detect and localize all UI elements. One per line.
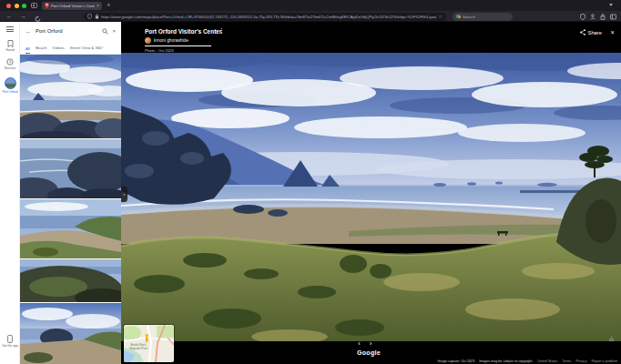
search-icon[interactable] <box>102 28 108 35</box>
photo-category-tabs: All Beach Videos Street View & 360° <box>20 40 121 55</box>
maps-pin-favicon-icon <box>45 3 49 8</box>
share-label: Share <box>588 30 602 35</box>
lock-icon[interactable] <box>95 14 99 19</box>
google-logo: Google <box>357 349 381 356</box>
minimap-park-label: Battle Rock Wayside Park <box>125 344 152 350</box>
photo-overflow-icon[interactable] <box>609 336 614 341</box>
browser-search-placeholder[interactable]: Search <box>463 15 475 19</box>
firefox-view-icon[interactable] <box>31 3 37 8</box>
get-app-button[interactable]: Get the app <box>0 335 20 348</box>
url-bar[interactable]: https://www.google.com/maps/place/Port+O… <box>84 13 446 21</box>
account-icon[interactable] <box>590 14 596 20</box>
photo-author[interactable]: kmoni ghorashide <box>145 37 188 44</box>
panel-back-icon[interactable]: ← <box>25 28 32 35</box>
photos-panel: ← Port Orford × All Beach Videos Street … <box>20 22 121 364</box>
previous-photo-button[interactable]: ‹ <box>358 339 361 349</box>
active-place-item[interactable]: Port Orford <box>0 77 20 94</box>
photo-thumbnail-1[interactable] <box>20 55 121 138</box>
place-label: Port Orford <box>3 91 18 95</box>
recents-button[interactable]: Recents <box>0 58 20 70</box>
tracking-shield-icon[interactable] <box>87 14 92 19</box>
new-tab-button[interactable]: + <box>107 1 110 9</box>
sidebar-panel-icon[interactable] <box>610 14 616 20</box>
search-query[interactable]: Port Orford <box>36 28 98 34</box>
minimap[interactable]: Battle Rock Wayside Park <box>124 325 174 362</box>
privacy-link[interactable]: Privacy <box>575 359 586 363</box>
tab-streetview[interactable]: Street View & 360° <box>70 46 104 54</box>
hamburger-icon <box>6 26 14 32</box>
browser-chrome: Port Orford Visitor's Center × + ← → htt… <box>0 0 621 22</box>
bookmark-icon <box>7 40 14 47</box>
photo-thumbnail-3[interactable] <box>20 199 121 258</box>
region-label: United States <box>537 359 557 363</box>
bookmark-star-icon[interactable]: ☆ <box>439 13 443 21</box>
share-button[interactable]: Share <box>580 29 602 35</box>
terms-link[interactable]: Terms <box>562 359 571 363</box>
photo-thumbnail-5[interactable] <box>20 303 121 364</box>
photo-viewer: Port Orford Visitor's Center kmoni ghora… <box>121 22 621 364</box>
panel-collapse-handle[interactable]: ‹ <box>121 187 127 202</box>
tab-list-chevron-icon[interactable] <box>609 4 613 6</box>
recents-label: Recents <box>5 67 15 71</box>
photo-progress-divider <box>145 46 211 46</box>
browser-search-box[interactable]: Search <box>453 13 513 21</box>
viewer-title: Port Orford Visitor's Center <box>145 28 222 35</box>
tab-bar: Port Orford Visitor's Center × + <box>0 0 621 11</box>
copyright-notice: Images may be subject to copyright. <box>479 359 533 363</box>
share-icon <box>580 29 585 35</box>
photo-thumbnail-4[interactable] <box>20 259 121 302</box>
panel-search-header: ← Port Orford × <box>20 22 121 40</box>
viewer-close-icon[interactable]: × <box>611 28 615 36</box>
next-photo-button[interactable]: › <box>370 339 372 349</box>
maps-left-rail: Saved Recents Port Orford Get the app <box>0 22 20 364</box>
window-close-button[interactable] <box>6 4 11 8</box>
photo-thumbnail-strip <box>20 55 121 364</box>
get-app-label: Get the app <box>2 345 18 349</box>
photo-nav-arrows: ‹ › <box>358 339 372 349</box>
window-minimize-button[interactable] <box>15 4 19 8</box>
tab-all[interactable]: All <box>25 46 30 55</box>
image-capture-date: Image capture: Oct 2023 <box>438 359 475 363</box>
window-controls[interactable] <box>6 4 26 8</box>
search-engine-icon <box>456 15 461 19</box>
photo-thumbnail-2[interactable] <box>20 139 121 198</box>
author-avatar <box>145 37 151 44</box>
browser-toolbar: ← → https://www.google.com/maps/place/Po… <box>0 11 621 22</box>
share-upload-icon[interactable] <box>600 14 606 20</box>
saved-label: Saved <box>5 49 15 53</box>
main-photo[interactable] <box>121 53 621 341</box>
place-thumbnail <box>5 77 16 89</box>
photo-meta: Photo - Oct 2023 <box>145 48 174 53</box>
panel-close-icon[interactable]: × <box>112 28 116 34</box>
viewer-footer: Image capture: Oct 2023 Images may be su… <box>438 359 617 363</box>
toolbar-right-icons <box>580 14 616 20</box>
tab-beach[interactable]: Beach <box>36 46 46 54</box>
forward-button[interactable]: → <box>20 11 26 22</box>
recents-clock-icon <box>6 58 14 66</box>
author-name: kmoni ghorashide <box>154 38 188 43</box>
phone-icon <box>7 335 13 343</box>
url-text[interactable]: https://www.google.com/maps/place/Port+O… <box>101 15 436 19</box>
tab-title: Port Orford Visitor's Center <box>51 4 95 8</box>
back-button[interactable]: ← <box>6 11 13 22</box>
tab-videos[interactable]: Videos <box>52 46 64 54</box>
more-options-kebab-icon[interactable] <box>221 28 222 34</box>
report-problem-link[interactable]: Report a problem <box>592 359 618 363</box>
browser-tab[interactable]: Port Orford Visitor's Center × <box>42 2 102 11</box>
window-zoom-button[interactable] <box>22 4 26 8</box>
tab-close-icon[interactable]: × <box>97 3 99 8</box>
reload-icon[interactable] <box>35 14 41 25</box>
privacy-shield-icon[interactable] <box>580 14 585 20</box>
saved-button[interactable]: Saved <box>0 40 20 52</box>
menu-button[interactable] <box>0 26 20 32</box>
